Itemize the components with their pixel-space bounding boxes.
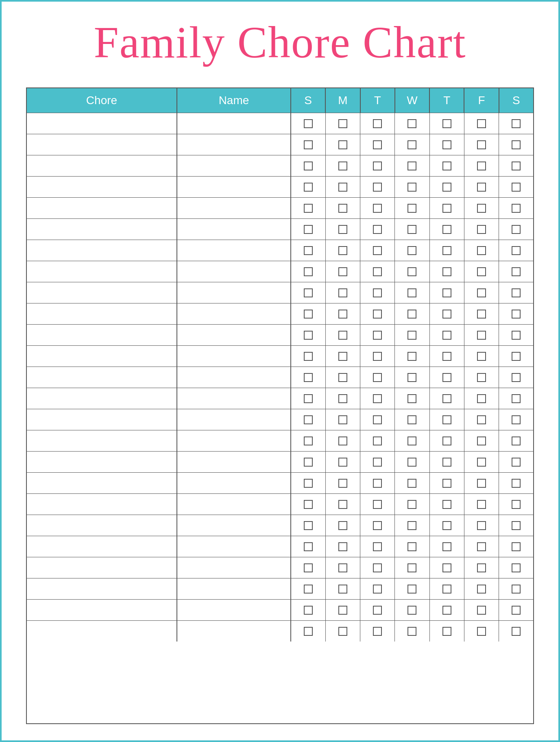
chore-cell[interactable] xyxy=(27,536,177,557)
checkbox[interactable] xyxy=(512,331,521,340)
chore-cell[interactable] xyxy=(27,177,177,197)
checkbox[interactable] xyxy=(338,627,347,636)
checkbox[interactable] xyxy=(373,161,382,170)
checkbox[interactable] xyxy=(304,183,313,192)
name-cell[interactable] xyxy=(177,346,291,367)
name-cell[interactable] xyxy=(177,430,291,451)
checkbox[interactable] xyxy=(512,606,521,615)
checkbox[interactable] xyxy=(477,542,486,551)
chore-cell[interactable] xyxy=(27,282,177,303)
checkbox[interactable] xyxy=(338,606,347,615)
checkbox[interactable] xyxy=(512,119,521,128)
checkbox[interactable] xyxy=(338,500,347,509)
checkbox[interactable] xyxy=(304,585,313,594)
chore-cell[interactable] xyxy=(27,430,177,451)
chore-cell[interactable] xyxy=(27,303,177,324)
name-cell[interactable] xyxy=(177,621,291,642)
checkbox[interactable] xyxy=(338,415,347,424)
checkbox[interactable] xyxy=(442,140,451,149)
checkbox[interactable] xyxy=(304,627,313,636)
name-cell[interactable] xyxy=(177,219,291,240)
checkbox[interactable] xyxy=(304,500,313,509)
checkbox[interactable] xyxy=(407,627,416,636)
checkbox[interactable] xyxy=(477,521,486,530)
checkbox[interactable] xyxy=(407,606,416,615)
checkbox[interactable] xyxy=(477,140,486,149)
chore-cell[interactable] xyxy=(27,219,177,240)
chore-cell[interactable] xyxy=(27,578,177,599)
checkbox[interactable] xyxy=(338,479,347,488)
chore-cell[interactable] xyxy=(27,325,177,345)
chore-cell[interactable] xyxy=(27,557,177,578)
checkbox[interactable] xyxy=(338,119,347,128)
checkbox[interactable] xyxy=(304,542,313,551)
name-cell[interactable] xyxy=(177,367,291,388)
checkbox[interactable] xyxy=(407,225,416,234)
name-cell[interactable] xyxy=(177,494,291,515)
checkbox[interactable] xyxy=(304,479,313,488)
checkbox[interactable] xyxy=(442,119,451,128)
checkbox[interactable] xyxy=(512,225,521,234)
chore-cell[interactable] xyxy=(27,346,177,367)
checkbox[interactable] xyxy=(373,373,382,382)
checkbox[interactable] xyxy=(442,606,451,615)
checkbox[interactable] xyxy=(442,310,451,319)
name-cell[interactable] xyxy=(177,515,291,536)
checkbox[interactable] xyxy=(442,288,451,297)
name-cell[interactable] xyxy=(177,473,291,493)
checkbox[interactable] xyxy=(338,563,347,572)
checkbox[interactable] xyxy=(477,352,486,361)
name-cell[interactable] xyxy=(177,261,291,282)
checkbox[interactable] xyxy=(512,310,521,319)
checkbox[interactable] xyxy=(477,246,486,255)
checkbox[interactable] xyxy=(442,415,451,424)
checkbox[interactable] xyxy=(477,458,486,467)
checkbox[interactable] xyxy=(373,542,382,551)
chore-cell[interactable] xyxy=(27,473,177,493)
checkbox[interactable] xyxy=(407,288,416,297)
checkbox[interactable] xyxy=(512,415,521,424)
checkbox[interactable] xyxy=(407,373,416,382)
chore-cell[interactable] xyxy=(27,600,177,620)
checkbox[interactable] xyxy=(442,246,451,255)
chore-cell[interactable] xyxy=(27,621,177,642)
checkbox[interactable] xyxy=(477,563,486,572)
checkbox[interactable] xyxy=(442,479,451,488)
checkbox[interactable] xyxy=(512,288,521,297)
checkbox[interactable] xyxy=(442,563,451,572)
checkbox[interactable] xyxy=(373,394,382,403)
checkbox[interactable] xyxy=(442,331,451,340)
checkbox[interactable] xyxy=(407,458,416,467)
checkbox[interactable] xyxy=(338,542,347,551)
checkbox[interactable] xyxy=(407,183,416,192)
checkbox[interactable] xyxy=(373,458,382,467)
checkbox[interactable] xyxy=(338,352,347,361)
checkbox[interactable] xyxy=(477,394,486,403)
checkbox[interactable] xyxy=(373,140,382,149)
checkbox[interactable] xyxy=(477,161,486,170)
checkbox[interactable] xyxy=(304,140,313,149)
chore-cell[interactable] xyxy=(27,409,177,430)
checkbox[interactable] xyxy=(407,246,416,255)
checkbox[interactable] xyxy=(304,331,313,340)
checkbox[interactable] xyxy=(477,119,486,128)
name-cell[interactable] xyxy=(177,578,291,599)
checkbox[interactable] xyxy=(477,310,486,319)
checkbox[interactable] xyxy=(407,436,416,445)
name-cell[interactable] xyxy=(177,177,291,197)
checkbox[interactable] xyxy=(407,521,416,530)
name-cell[interactable] xyxy=(177,303,291,324)
checkbox[interactable] xyxy=(442,627,451,636)
checkbox[interactable] xyxy=(338,394,347,403)
name-cell[interactable] xyxy=(177,134,291,155)
checkbox[interactable] xyxy=(373,415,382,424)
checkbox[interactable] xyxy=(512,246,521,255)
checkbox[interactable] xyxy=(304,352,313,361)
checkbox[interactable] xyxy=(338,288,347,297)
checkbox[interactable] xyxy=(477,331,486,340)
checkbox[interactable] xyxy=(373,331,382,340)
checkbox[interactable] xyxy=(338,140,347,149)
checkbox[interactable] xyxy=(442,352,451,361)
checkbox[interactable] xyxy=(407,140,416,149)
checkbox[interactable] xyxy=(512,585,521,594)
